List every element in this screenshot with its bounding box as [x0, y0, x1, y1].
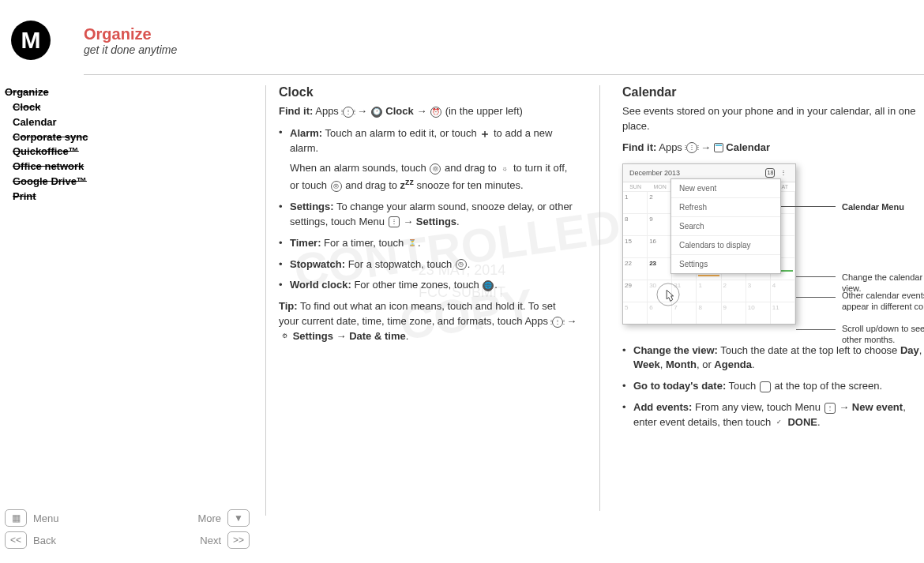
cal-cell[interactable]: 16 — [648, 235, 672, 257]
clock-tip: Tip: To find out what an icon means, tou… — [279, 299, 577, 344]
header-rule — [84, 74, 924, 75]
today-outline-icon — [760, 381, 771, 392]
clock-bullet-worldclock: World clock: For other time zones, touch… — [279, 278, 577, 293]
nav-item-calendar[interactable]: Calendar — [5, 115, 265, 130]
motorola-logo: M — [11, 21, 51, 60]
cal-day-header: SUN — [623, 182, 648, 191]
nav-item-clock[interactable]: Clock — [5, 100, 265, 115]
cal-cell[interactable]: 22 — [623, 257, 648, 280]
nav-item-organize[interactable]: Organize — [5, 85, 265, 100]
calendar-bullet-change-view: Change the view: Touch the date at the t… — [622, 343, 924, 373]
cal-cell[interactable]: 15 — [623, 235, 648, 257]
calendar-find-it: Find it: Apps ⋮⋮⋮ → Calendar — [622, 141, 924, 156]
plus-icon: ＋ — [479, 127, 490, 140]
cal-cell[interactable]: 3 — [746, 280, 771, 302]
cal-menu-item-calendars-to-display[interactable]: Calendars to display — [671, 236, 780, 255]
cal-menu-item-refresh[interactable]: Refresh — [671, 198, 780, 217]
callout-event-colors: Other calendar events appear in differen… — [842, 290, 924, 313]
cal-cell[interactable]: 23 — [648, 257, 672, 280]
cal-cell[interactable]: 9 — [648, 213, 672, 235]
cal-cell[interactable]: 10 — [746, 302, 771, 324]
down-arrow-icon: ▼ — [227, 509, 250, 527]
alarm-bell-icon: ⏰ — [430, 107, 441, 118]
motorola-logo-m-icon: M — [21, 27, 41, 54]
settings-gear-icon: ⚙ — [280, 331, 289, 342]
calendar-bullet-today: Go to today's date: Touch at the top of … — [622, 379, 924, 394]
stopwatch-icon: ◷ — [456, 259, 467, 270]
clock-heading: Clock — [279, 85, 577, 99]
nav-item-google-drive-[interactable]: Google Drive™ — [5, 175, 265, 190]
cal-day-header: MON — [648, 182, 672, 191]
calendar-heading: Calendar — [622, 85, 924, 99]
grid-icon: ▦ — [5, 509, 27, 527]
apps-icon: ⋮⋮⋮ — [343, 107, 354, 118]
cal-cell[interactable]: 8 — [623, 213, 648, 235]
hand-cursor-icon — [656, 283, 680, 306]
back-button[interactable]: << Back — [5, 531, 56, 549]
calendar-section: Calendar See events stored on your phone… — [600, 85, 924, 511]
callout-calendar-menu: Calendar Menu — [842, 201, 904, 212]
apps-icon: ⋮⋮⋮ — [686, 142, 697, 153]
cal-cell[interactable]: 11 — [771, 302, 795, 324]
nav-item-corporate-sync[interactable]: Corporate sync — [5, 130, 265, 145]
nav-item-print[interactable]: Print — [5, 190, 265, 205]
hourglass-icon: ⏳ — [408, 238, 417, 249]
cal-cell[interactable]: 8 — [697, 302, 721, 324]
cal-cell[interactable]: 1 — [697, 280, 721, 302]
cal-menu-item-new-event[interactable]: New event — [671, 179, 780, 198]
clock-bullet-timer: Timer: For a timer, touch ⏳. — [279, 236, 577, 251]
calendar-screenshot: December 2013 18 ⋮ SUNMONTUEWEDTHUFRISAT… — [622, 163, 796, 325]
alarm-ring-icon: ◎ — [331, 181, 342, 192]
calendar-bullet-add-events: Add events: From any view, touch Menu ⋮ … — [622, 400, 924, 430]
next-button[interactable]: >> Next — [200, 531, 250, 549]
alarm-ring-icon: ◎ — [430, 163, 441, 175]
today-icon[interactable]: 18 — [765, 168, 775, 178]
menu-icon[interactable]: ⋮ — [779, 167, 788, 178]
cal-cell[interactable]: 2 — [648, 191, 672, 213]
next-icon: >> — [227, 531, 250, 549]
calendar-app-icon — [714, 143, 723, 152]
clock-bullet-settings: Settings: To change your alarm sound, sn… — [279, 200, 577, 230]
menu-button[interactable]: ▦ Menu — [5, 509, 59, 527]
cal-cell[interactable]: 29 — [623, 280, 648, 302]
nav-item-office-network[interactable]: Office network — [5, 160, 265, 175]
callout-scroll-months: Scroll up/down to see other months. — [842, 323, 924, 346]
clock-bullet-stopwatch: Stopwatch: For a stopwatch, touch ◷. — [279, 257, 577, 272]
clock-section: Clock Find it: Apps ⋮⋮⋮ → 🕐 Clock → ⏰ (i… — [265, 85, 600, 511]
check-icon: ✓ — [775, 417, 784, 428]
clock-find-it: Find it: Apps ⋮⋮⋮ → 🕐 Clock → ⏰ (in the … — [279, 104, 577, 119]
cal-cell[interactable]: 1 — [623, 191, 648, 213]
cal-menu-item-search[interactable]: Search — [671, 217, 780, 236]
menu-icon: ⋮ — [824, 403, 836, 414]
page-title: Organize — [84, 25, 177, 43]
cal-cell[interactable]: 5 — [623, 302, 648, 324]
section-nav: OrganizeClockCalendarCorporate syncQuick… — [5, 85, 265, 205]
calendar-month-title[interactable]: December 2013 — [629, 169, 680, 177]
calendar-menu-popup: New eventRefreshSearchCalendars to displ… — [670, 178, 781, 274]
globe-icon: 🌐 — [483, 280, 494, 291]
cal-cell[interactable]: 2 — [722, 280, 746, 302]
prev-icon: << — [5, 531, 27, 549]
menu-icon: ⋮ — [389, 216, 400, 227]
clock-app-icon: 🕐 — [371, 107, 382, 118]
calendar-intro: See events stored on your phone and in y… — [622, 104, 924, 134]
more-button[interactable]: ▼ More — [197, 509, 250, 527]
nav-item-quickoffice-[interactable]: Quickoffice™ — [5, 145, 265, 160]
sun-icon: ☼ — [500, 163, 509, 175]
page-subtitle: get it done anytime — [84, 43, 177, 56]
clock-bullet-alarm: Alarm: Touch an alarm to edit it, or tou… — [279, 126, 577, 193]
apps-icon: ⋮⋮⋮ — [552, 317, 563, 328]
cal-cell[interactable]: 9 — [722, 302, 746, 324]
cal-cell[interactable]: 4 — [771, 280, 795, 302]
cal-menu-item-settings[interactable]: Settings — [671, 255, 780, 273]
